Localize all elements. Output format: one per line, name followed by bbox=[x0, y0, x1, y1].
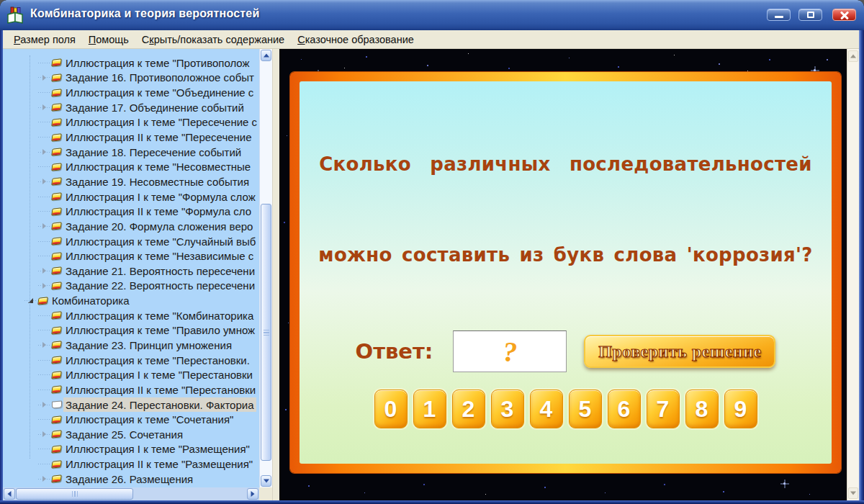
tree-item-label[interactable]: Иллюстрация к теме "Несовместные bbox=[63, 160, 253, 174]
digit-button-8[interactable]: 8 bbox=[685, 390, 719, 428]
tree-item-label[interactable]: Задание 16. Противоположное событ bbox=[63, 71, 256, 85]
menu-item-toggle-contents[interactable]: Скрыть/показать содержание bbox=[135, 32, 291, 48]
tree-item-label[interactable]: Задание 23. Принцип умножения bbox=[63, 338, 234, 352]
tree-item-label[interactable]: Задание 24. Перестановки. Факториа bbox=[63, 397, 256, 412]
expand-arrow-icon[interactable] bbox=[42, 283, 46, 289]
tree-item-label[interactable]: Иллюстрация к теме "Комбинаторика bbox=[63, 308, 256, 323]
tree-item[interactable]: Задание 16. Противоположное событ bbox=[3, 71, 259, 86]
expand-arrow-icon[interactable] bbox=[42, 75, 46, 81]
tree-item[interactable]: Иллюстрация к теме "Перестановки. bbox=[3, 353, 259, 368]
tree-item-label[interactable]: Задание 17. Объединение событий bbox=[63, 100, 246, 114]
digit-button-7[interactable]: 7 bbox=[647, 390, 680, 428]
expand-arrow-icon[interactable] bbox=[42, 149, 46, 155]
digit-button-4[interactable]: 4 bbox=[530, 390, 563, 428]
expand-arrow-icon[interactable] bbox=[42, 402, 46, 408]
content-vertical-scrollbar[interactable] bbox=[847, 49, 859, 500]
tree-item-label[interactable]: Иллюстрация II к теме "Пересечение bbox=[63, 130, 254, 145]
tree-item-label[interactable]: Иллюстрация I к теме "Перестановки bbox=[63, 368, 255, 382]
tree-item[interactable]: Иллюстрация II к теме "Размещения" bbox=[3, 456, 259, 472]
minimize-button[interactable] bbox=[767, 9, 791, 21]
tree-item[interactable]: Иллюстрация II к теме "Перестановки bbox=[3, 382, 259, 397]
tree-item[interactable]: Задание 17. Объединение событий bbox=[3, 100, 259, 115]
menu-item-field-size[interactable]: Размер поля bbox=[7, 32, 82, 48]
expand-arrow-icon[interactable] bbox=[42, 104, 46, 110]
tree-item[interactable]: Задание 22. Вероятность пересечени bbox=[3, 279, 259, 294]
tree-item[interactable]: Задание 18. Пересечение событий bbox=[3, 145, 259, 160]
tree-item-label[interactable]: Иллюстрация I к теме "Размещения" bbox=[63, 442, 252, 456]
tree-item-label[interactable]: Иллюстрация II к теме "Размещения" bbox=[63, 457, 255, 472]
content-scroll-up-button[interactable] bbox=[848, 50, 858, 62]
tree-item-label[interactable]: Иллюстрация к теме "Случайный выб bbox=[63, 234, 258, 248]
tree-item[interactable]: Иллюстрация к теме "Независимые с bbox=[3, 248, 259, 264]
expand-arrow-icon[interactable] bbox=[42, 268, 46, 274]
scroll-right-button[interactable] bbox=[247, 488, 258, 500]
tree-item-label[interactable]: Иллюстрация к теме "Независимые с bbox=[63, 249, 256, 264]
menu-item-fairy-education[interactable]: Сказочное образование bbox=[291, 32, 420, 48]
tree-item-label[interactable]: Комбинаторика bbox=[50, 294, 132, 308]
tree-item[interactable]: Иллюстрация II к теме "Формула сло bbox=[3, 204, 259, 219]
expand-arrow-icon[interactable] bbox=[42, 431, 46, 437]
tree-item[interactable]: Иллюстрация к теме "Противополож bbox=[3, 55, 259, 71]
tree-item-label[interactable]: Задание 25. Сочетания bbox=[63, 427, 185, 441]
tree-item[interactable]: Задание 23. Принцип умножения bbox=[3, 338, 259, 353]
tree-item[interactable]: Иллюстрация I к теме "Пересечение с bbox=[3, 115, 259, 130]
scroll-left-button[interactable] bbox=[4, 488, 15, 500]
digit-button-9[interactable]: 9 bbox=[724, 390, 757, 428]
tree-item-label[interactable]: Иллюстрация к теме "Правило умнож bbox=[63, 323, 257, 338]
tree-item[interactable]: Иллюстрация I к теме "Размещения" bbox=[3, 442, 259, 457]
expand-arrow-icon[interactable] bbox=[42, 223, 46, 229]
expand-arrow-icon[interactable] bbox=[42, 342, 46, 348]
horizontal-scroll-thumb[interactable] bbox=[16, 488, 133, 500]
tree-item-label[interactable]: Иллюстрация I к теме "Формула слож bbox=[63, 189, 258, 204]
vertical-scroll-thumb[interactable] bbox=[261, 204, 271, 461]
tree-item-label[interactable]: Задание 22. Вероятность пересечени bbox=[63, 279, 257, 293]
tree-item[interactable]: Иллюстрация к теме "Несовместные bbox=[3, 159, 259, 174]
close-button[interactable] bbox=[832, 9, 856, 21]
tree-item[interactable]: Иллюстрация к теме "Правило умнож bbox=[3, 323, 259, 338]
tree-item[interactable]: Задание 25. Сочетания bbox=[3, 427, 259, 442]
tree-item[interactable]: Иллюстрация I к теме "Перестановки bbox=[3, 367, 259, 382]
menu-item-help[interactable]: Помощь bbox=[82, 32, 135, 48]
expand-arrow-icon[interactable] bbox=[42, 179, 46, 184]
tree-item[interactable]: Иллюстрация к теме "Комбинаторика bbox=[3, 308, 259, 323]
tree-horizontal-scrollbar[interactable] bbox=[3, 487, 259, 500]
tree-item-label[interactable]: Иллюстрация к теме "Сочетания" bbox=[63, 413, 235, 427]
tree-item-label[interactable]: Задание 19. Несовместные события bbox=[63, 174, 251, 189]
check-solution-button[interactable]: Проверить решение bbox=[584, 335, 775, 368]
tree-item-label[interactable]: Задание 21. Вероятность пересечени bbox=[63, 264, 257, 278]
pane-splitter[interactable] bbox=[272, 49, 279, 500]
tree-item-label[interactable]: Задание 26. Размещения bbox=[63, 472, 195, 486]
tree-item-label[interactable]: Иллюстрация к теме "Объединение с bbox=[63, 86, 256, 100]
tree-item-label[interactable]: Иллюстрация II к теме "Формула сло bbox=[63, 204, 253, 219]
tree-item-label[interactable]: Иллюстрация к теме "Противополож bbox=[63, 55, 252, 70]
collapse-arrow-icon[interactable] bbox=[28, 298, 33, 303]
tree-item[interactable]: Задание 26. Размещения bbox=[3, 472, 259, 487]
tree-item[interactable]: Иллюстрация к теме "Случайный выб bbox=[3, 234, 259, 249]
tree-item[interactable]: Задание 21. Вероятность пересечени bbox=[3, 264, 259, 279]
tree-item[interactable]: Задание 24. Перестановки. Факториа bbox=[3, 397, 259, 413]
digit-button-5[interactable]: 5 bbox=[569, 390, 602, 428]
tree-item[interactable]: Задание 19. Несовместные события bbox=[3, 174, 259, 189]
tree-item-label[interactable]: Задание 20. Формула сложения веро bbox=[63, 219, 255, 233]
tree-item-label[interactable]: Иллюстрация II к теме "Перестановки bbox=[63, 382, 258, 397]
content-scroll-down-button[interactable] bbox=[848, 487, 858, 499]
digit-button-1[interactable]: 1 bbox=[413, 390, 446, 428]
tree-item-label[interactable]: Задание 18. Пересечение событий bbox=[63, 145, 243, 159]
digit-button-6[interactable]: 6 bbox=[608, 390, 641, 428]
scroll-down-button[interactable] bbox=[261, 475, 271, 487]
tree-item[interactable]: Комбинаторика bbox=[3, 293, 259, 308]
tree-item-label[interactable]: Иллюстрация I к теме "Пересечение с bbox=[63, 115, 259, 130]
tree-item[interactable]: Задание 20. Формула сложения веро bbox=[3, 219, 259, 234]
digit-button-2[interactable]: 2 bbox=[452, 390, 485, 428]
tree-item-label[interactable]: Иллюстрация к теме "Перестановки. bbox=[63, 353, 252, 367]
maximize-button[interactable] bbox=[798, 9, 822, 21]
tree-item[interactable]: Иллюстрация к теме "Сочетания" bbox=[3, 412, 259, 427]
tree-item[interactable]: Иллюстрация к теме "Объединение с bbox=[3, 85, 259, 100]
digit-button-3[interactable]: 3 bbox=[491, 390, 524, 428]
digit-button-0[interactable]: 0 bbox=[374, 390, 408, 428]
tree-item[interactable]: Иллюстрация I к теме "Формула слож bbox=[3, 189, 259, 204]
tree-item[interactable]: Иллюстрация II к теме "Пересечение bbox=[3, 130, 259, 145]
scroll-up-button[interactable] bbox=[261, 50, 271, 61]
tree-vertical-scrollbar[interactable] bbox=[259, 49, 272, 487]
answer-input[interactable] bbox=[453, 330, 567, 372]
